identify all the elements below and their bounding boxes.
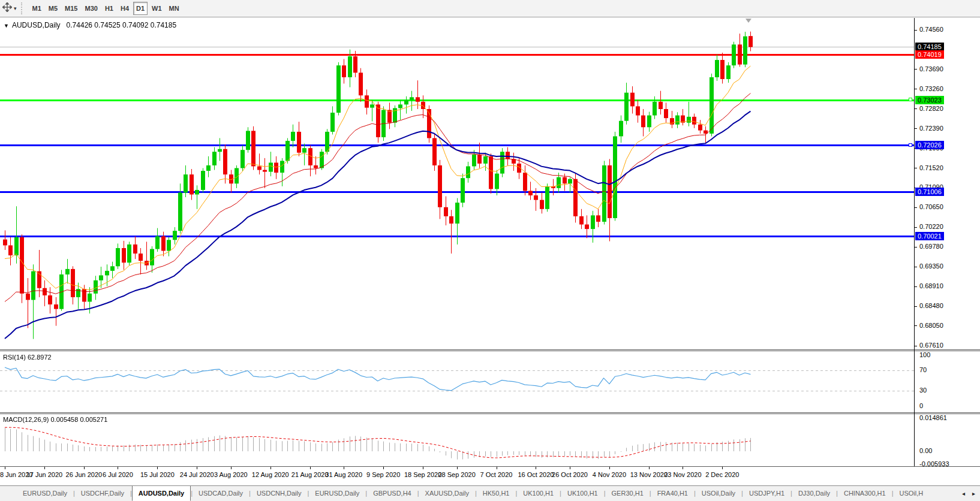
tab-hk50-h1[interactable]: HK50,H1	[477, 486, 516, 501]
rsi-scale-label: 70	[919, 366, 927, 373]
price-badge-support-line-blue-1: 0.72026	[915, 141, 944, 149]
x-axis-tick	[197, 467, 197, 469]
tab-eurusd-daily[interactable]: EURUSD,Daily	[17, 486, 73, 501]
price-axis[interactable]: 0.745600.736900.732600.728200.723900.719…	[914, 18, 980, 466]
chart-symbol-label: AUDUSD,Daily	[12, 21, 61, 29]
tab-uk100-h1[interactable]: UK100,H1	[561, 486, 604, 501]
y-axis-tick	[915, 346, 917, 346]
x-axis-tick	[344, 467, 344, 469]
y-axis-tick-label: 0.68910	[919, 282, 943, 289]
chart-ohlc-values: 0.74426 0.74525 0.74092 0.74185	[67, 21, 177, 29]
rsi-scale-label: 100	[919, 351, 930, 358]
toolbar-grip[interactable]	[21, 2, 24, 14]
y-axis-tick	[915, 286, 917, 287]
timeframe-button-m30[interactable]: M30	[82, 2, 101, 15]
timeframe-button-h1[interactable]: H1	[102, 2, 116, 15]
tab-gbpusd-h4[interactable]: GBPUSD,H4	[367, 486, 417, 501]
y-axis-tick-label: 0.72390	[919, 125, 943, 132]
y-axis-tick	[915, 108, 917, 109]
y-axis-tick-label: 0.71520	[919, 164, 943, 171]
timeframe-button-d1[interactable]: D1	[133, 2, 148, 15]
chart-tab-bar: EURUSD,Daily|USDCHF,Daily|AUDUSD,Daily|U…	[0, 485, 980, 501]
x-axis-tick	[722, 467, 723, 469]
price-badge-support-line-blue-2: 0.71006	[915, 188, 944, 196]
tab-uk100-h1[interactable]: UK100,H1	[517, 486, 560, 501]
macd-scale-label: 0.014861	[919, 414, 947, 421]
x-axis-tick	[683, 467, 683, 469]
x-axis-tick	[118, 467, 118, 469]
y-axis-tick	[915, 325, 917, 326]
main-chart-canvas[interactable]	[0, 18, 914, 349]
timeframe-button-w1[interactable]: W1	[149, 2, 165, 15]
macd-scale-label: 0.00	[919, 447, 932, 454]
tab-china300-h1[interactable]: CHINA300,H1	[838, 486, 892, 501]
x-axis-tick	[157, 467, 158, 469]
x-axis-tick	[649, 467, 650, 469]
tab-usdjpy-h1[interactable]: USDJPY,H1	[743, 486, 790, 501]
tab-usoil-daily[interactable]: USOil,Daily	[696, 486, 741, 501]
timeframe-button-m1[interactable]: M1	[29, 2, 44, 15]
rsi-indicator-label: RSI(14) 62.8972	[3, 354, 52, 361]
x-axis-tick	[310, 467, 311, 469]
rsi-pane-canvas[interactable]	[0, 351, 914, 412]
tab-usdcad-daily[interactable]: USDCAD,Daily	[193, 486, 249, 501]
x-axis-tick	[423, 467, 423, 469]
timeframe-button-m5[interactable]: M5	[46, 2, 61, 15]
line-handle[interactable]	[909, 98, 912, 101]
line-handle[interactable]	[909, 143, 912, 147]
tab-fra40-h1[interactable]: FRA40,H1	[651, 486, 694, 501]
top-toolbar: ▾ M1M5M15M30H1H4D1W1MN	[0, 0, 980, 17]
y-axis-tick-label: 0.68480	[919, 302, 943, 309]
y-axis-tick	[915, 207, 917, 208]
timeframe-buttons: M1M5M15M30H1H4D1W1MN	[29, 2, 183, 15]
price-badge-support-line-blue-3: 0.70021	[915, 232, 944, 240]
x-axis-date-label: 2 Dec 2020	[697, 471, 747, 478]
macd-indicator-label: MACD(12,26,9) 0.005458 0.005271	[3, 416, 107, 423]
y-axis-tick-label: 0.74560	[919, 26, 943, 33]
collapse-triangle-icon[interactable]: ▼	[4, 23, 9, 29]
y-axis-tick-label: 0.69780	[919, 243, 943, 250]
tab-scroll-right-icon[interactable]: ▸	[972, 490, 975, 497]
macd-pane-canvas[interactable]	[0, 414, 914, 466]
y-axis-tick-label: 0.67610	[919, 342, 943, 349]
tab-usdchf-daily[interactable]: USDCHF,Daily	[75, 486, 130, 501]
chart-end-marker-icon	[745, 19, 751, 23]
chevron-down-icon[interactable]: ▾	[14, 5, 17, 11]
y-axis-tick	[915, 227, 917, 228]
x-axis-tick	[536, 467, 536, 469]
date-axis[interactable]: 8 Jun 202017 Jun 202026 Jun 20206 Jul 20…	[0, 467, 980, 485]
y-axis-tick-label: 0.73260	[919, 85, 943, 92]
tab-audusd-daily[interactable]: AUDUSD,Daily	[132, 485, 191, 501]
tab-scroll-left-icon[interactable]: ◂	[962, 490, 965, 497]
price-badge-resistance-line: 0.74019	[915, 50, 944, 59]
y-axis-tick	[915, 128, 917, 129]
tab-dj30-daily[interactable]: DJ30,Daily	[792, 486, 836, 501]
x-axis-tick	[570, 467, 570, 469]
x-axis-tick	[383, 467, 384, 469]
x-axis-tick	[497, 467, 497, 469]
price-badge-support-line-green: 0.73023	[915, 96, 944, 104]
tab-eurusd-daily[interactable]: EURUSD,Daily	[309, 486, 365, 501]
chart-title: ▼AUDUSD,Daily0.74426 0.74525 0.74092 0.7…	[4, 21, 176, 29]
tab-usoil-h[interactable]: USOil,H	[894, 486, 930, 501]
x-axis-tick	[5, 467, 5, 469]
timeframe-button-m15[interactable]: M15	[62, 2, 80, 15]
y-axis-tick-label: 0.69350	[919, 262, 943, 270]
tab-usdcnh-daily[interactable]: USDCNH,Daily	[251, 486, 308, 501]
y-axis-tick	[915, 69, 917, 70]
cursor-tool-button[interactable]: ▾	[2, 2, 17, 14]
timeframe-button-mn[interactable]: MN	[166, 2, 182, 15]
tab-ger30-h1[interactable]: GER30,H1	[606, 486, 650, 501]
y-axis-tick	[915, 168, 917, 168]
x-axis-tick	[44, 467, 45, 469]
x-axis-tick	[270, 467, 271, 469]
tab-xauusd-daily[interactable]: XAUUSD,Daily	[419, 486, 475, 501]
y-axis-tick-label: 0.68050	[919, 322, 943, 329]
timeframe-button-h4[interactable]: H4	[118, 2, 132, 15]
y-axis-tick	[915, 306, 917, 307]
x-axis-tick	[84, 467, 85, 469]
y-axis-tick	[915, 247, 917, 248]
y-axis-tick	[915, 267, 917, 267]
x-axis-tick	[609, 467, 610, 469]
tab-scroll-arrows: ◂ ▸	[956, 486, 980, 501]
